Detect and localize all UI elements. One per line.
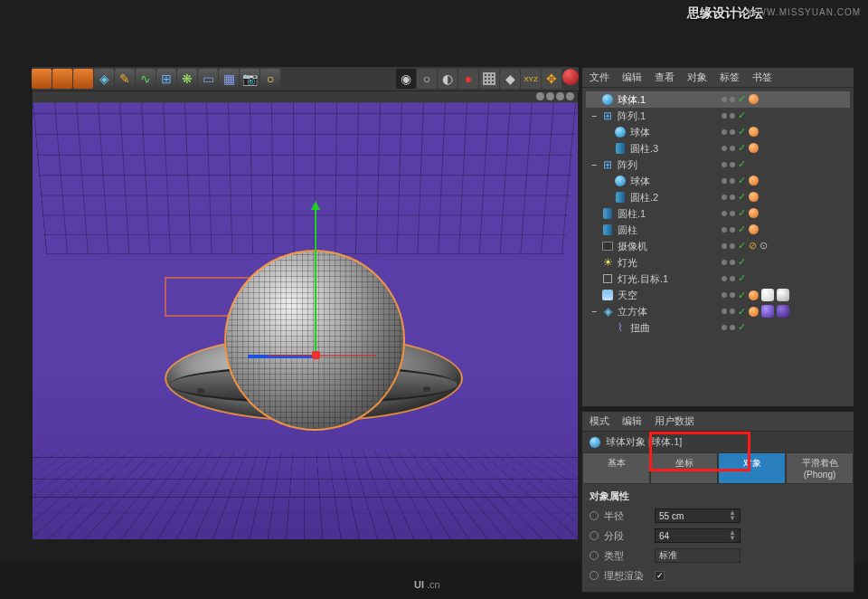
cube-icon[interactable]: ◈ [94,69,114,89]
prop-radio-icon[interactable] [590,511,599,520]
tree-row-11[interactable]: 灯光.目标.1✓ [586,271,850,287]
attr-tab-1[interactable]: 坐标 [650,452,718,484]
tree-item-tags[interactable]: ✓ [722,272,746,284]
tree-toggle-icon[interactable] [590,290,599,300]
arrows-icon[interactable]: ✥ [542,69,561,89]
tree-toggle-icon[interactable] [602,323,612,333]
tree-row-10[interactable]: ☀灯光✓ [586,254,850,271]
tree-item-tags[interactable]: ✓ [722,305,789,318]
attr-menu-0[interactable]: 模式 [590,414,609,428]
tree-row-13[interactable]: −◈立方体✓ [586,303,850,319]
tree-toggle-icon[interactable] [590,209,599,219]
snap-icon[interactable]: ◆ [500,69,520,89]
tree-row-12[interactable]: 天空✓ [586,287,850,303]
objmgr-menu-1[interactable]: 编辑 [622,71,642,84]
tree-item-tags[interactable]: ✓ [722,321,746,333]
record-icon[interactable]: ● [458,69,478,89]
prop-radio-icon[interactable] [590,571,599,580]
tree-item-tags[interactable]: ✓ [722,289,789,301]
tree-item-tags[interactable]: ✓ [722,93,759,105]
tree-row-6[interactable]: 圆柱.2✓ [586,189,850,205]
tree-item-tags[interactable]: ✓ [722,191,759,203]
plane-icon[interactable]: ▦ [219,69,239,89]
sphere-icon [601,93,614,106]
tree-item-tags[interactable]: ✓ [722,175,759,186]
scene-object-ufo[interactable] [186,257,448,510]
tree-toggle-icon[interactable]: − [590,111,599,121]
tree-item-label: 灯光 [618,256,637,270]
attr-tab-0[interactable]: 基本 [582,452,650,484]
xyz-icon[interactable]: XYZ [521,69,541,89]
attr-menu-1[interactable]: 编辑 [622,414,642,428]
tree-item-tags[interactable]: ✓ [722,142,759,154]
tree-row-0[interactable]: 球体.1✓ [586,91,850,108]
prop-radio-icon[interactable] [590,531,599,540]
light-icon[interactable]: ○ [260,69,280,89]
attr-tab-3[interactable]: 平滑着色(Phong) [786,452,854,484]
tree-toggle-icon[interactable] [602,128,612,138]
render-active-icon[interactable]: ○ [417,69,437,89]
tree-row-4[interactable]: −⊞阵列✓ [586,157,850,173]
tree-toggle-icon[interactable] [602,176,612,186]
attr-tab-2[interactable]: 对象 [718,452,786,484]
grid-icon[interactable] [479,69,499,89]
tree-item-tags[interactable]: ✓ [722,207,759,219]
gizmo-y-axis[interactable] [315,203,316,357]
tree-row-5[interactable]: 球体✓ [586,173,850,189]
tree-row-14[interactable]: ⌇扭曲✓ [586,319,850,336]
tree-item-tags[interactable]: ✓ [722,126,759,138]
tree-toggle-icon[interactable]: − [590,160,599,170]
timeline2-icon[interactable] [52,69,72,89]
objmgr-menu-5[interactable]: 书签 [752,71,772,84]
timeline3-icon[interactable] [73,69,93,89]
tree-toggle-icon[interactable] [590,258,599,268]
tree-row-9[interactable]: 摄像机✓⊘⊙ [586,238,850,254]
tree-item-tags[interactable]: ✓ [722,223,759,235]
tree-toggle-icon[interactable] [590,274,599,284]
tree-toggle-icon[interactable] [590,242,599,252]
tree-item-tags[interactable]: ✓⊘⊙ [722,240,768,252]
tree-item-tags[interactable]: ✓ [722,158,746,170]
tree-row-8[interactable]: 圆柱✓ [586,222,850,238]
deformer-icon[interactable]: ▭ [198,69,218,89]
tree-item-tags[interactable]: ✓ [722,109,746,121]
gizmo-x-axis[interactable] [268,355,376,357]
object-tree[interactable]: 球体.1✓−⊞阵列.1✓球体✓圆柱.3✓−⊞阵列✓球体✓圆柱.2✓圆柱.1✓圆柱… [582,88,854,341]
tree-row-1[interactable]: −⊞阵列.1✓ [586,108,850,124]
tree-row-3[interactable]: 圆柱.3✓ [586,140,850,157]
render-view-icon[interactable]: ◉ [396,69,416,89]
nurbs-icon[interactable]: ⊞ [156,69,176,89]
app-window: ◈✎∿⊞❋▭▦📷○ ◉○◐●◆XYZ✥ [0,0,868,563]
prop-input-1[interactable]: 64▲▼ [655,528,741,543]
redball-icon[interactable] [562,69,579,85]
objmgr-menu-2[interactable]: 查看 [655,71,675,84]
tree-toggle-icon[interactable]: − [590,307,599,317]
tree-toggle-icon[interactable] [590,95,599,105]
attr-menu-2[interactable]: 用户数据 [655,414,694,428]
array2-icon[interactable]: ❋ [177,69,197,89]
tree-toggle-icon[interactable] [602,193,612,203]
timeline-icon[interactable] [32,69,52,89]
prop-radio-icon[interactable] [590,551,599,560]
tree-item-label: 扭曲 [630,321,650,335]
tree-row-2[interactable]: 球体✓ [586,124,850,140]
prop-label: 半径 [604,509,649,523]
objmgr-menu-0[interactable]: 文件 [590,71,609,84]
prop-select-2[interactable]: 标准 [655,548,741,563]
tree-item-tags[interactable]: ✓ [722,256,746,268]
perspective-viewport[interactable] [33,103,578,539]
tree-row-7[interactable]: 圆柱.1✓ [586,205,850,222]
objmgr-menu-3[interactable]: 对象 [687,71,707,84]
camera-icon[interactable]: 📷 [240,69,259,89]
render-settings-icon[interactable]: ◐ [438,69,458,89]
objmgr-menu-4[interactable]: 标签 [720,71,740,84]
tree-toggle-icon[interactable] [602,144,612,154]
pen-icon[interactable]: ✎ [115,69,135,89]
null-icon [601,272,614,285]
tree-toggle-icon[interactable] [590,225,599,235]
viewport-nav-icons[interactable] [536,92,574,100]
prop-checkbox-3[interactable]: ✓ [655,571,665,581]
prop-input-0[interactable]: 55 cm▲▼ [655,509,741,523]
gizmo-origin[interactable] [312,351,320,359]
spline-icon[interactable]: ∿ [136,69,156,89]
